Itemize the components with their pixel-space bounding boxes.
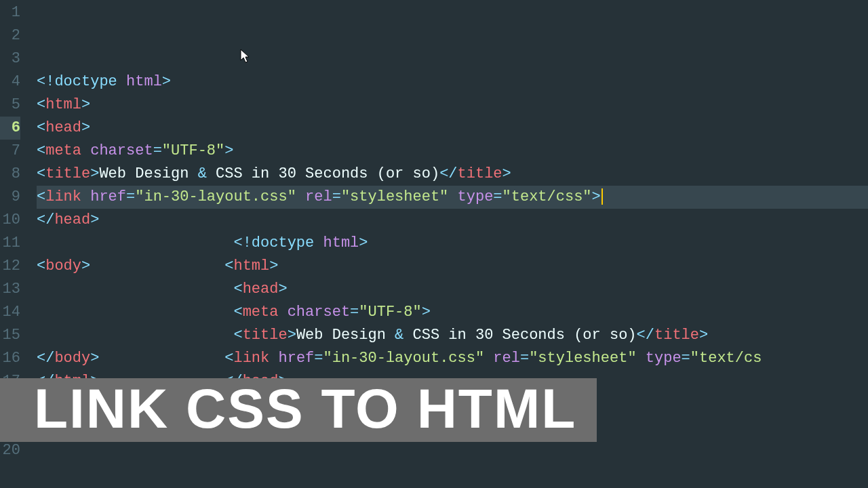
code-line[interactable]: <!doctype html> bbox=[37, 70, 868, 94]
code-line[interactable]: <!doctype html> bbox=[37, 232, 868, 255]
banner-text: LINK CSS TO HTML bbox=[34, 381, 576, 436]
code-line[interactable]: <body> <html> bbox=[37, 255, 868, 278]
line-number: 14 bbox=[0, 301, 20, 324]
code-line[interactable]: <meta charset="UTF-8"> bbox=[37, 140, 868, 163]
line-number: 4 bbox=[0, 70, 20, 94]
code-line[interactable] bbox=[37, 462, 868, 485]
line-number: 5 bbox=[0, 94, 20, 117]
line-number: 12 bbox=[0, 255, 20, 278]
line-number: 1 bbox=[0, 1, 20, 24]
code-line[interactable]: <html> bbox=[37, 94, 868, 117]
code-line[interactable]: <title>Web Design & CSS in 30 Seconds (o… bbox=[37, 163, 868, 186]
line-number: 8 bbox=[0, 163, 20, 186]
line-number: 6 bbox=[0, 117, 20, 140]
code-line[interactable]: <head> bbox=[37, 117, 868, 140]
code-line[interactable]: <link href="in-30-layout.css" rel="style… bbox=[37, 186, 868, 209]
line-number: 7 bbox=[0, 140, 20, 163]
line-number: 9 bbox=[0, 186, 20, 209]
line-number: 13 bbox=[0, 278, 20, 301]
line-number: 15 bbox=[0, 324, 20, 347]
line-number: 10 bbox=[0, 209, 20, 232]
line-number: 20 bbox=[0, 439, 20, 462]
code-line[interactable]: <head> bbox=[37, 278, 868, 301]
code-line[interactable] bbox=[37, 439, 868, 462]
line-number: 16 bbox=[0, 347, 20, 370]
code-line[interactable]: </body> bbox=[37, 485, 868, 488]
code-line[interactable]: <title>Web Design & CSS in 30 Seconds (o… bbox=[37, 324, 868, 347]
line-number: 3 bbox=[0, 47, 20, 70]
line-number: 11 bbox=[0, 232, 20, 255]
title-banner: LINK CSS TO HTML bbox=[0, 378, 597, 442]
code-line[interactable]: </head> bbox=[37, 209, 868, 232]
code-line[interactable]: <meta charset="UTF-8"> bbox=[37, 301, 868, 324]
code-line[interactable]: </body> <link href="in-30-layout.css" re… bbox=[37, 347, 868, 370]
line-number: 2 bbox=[0, 24, 20, 47]
